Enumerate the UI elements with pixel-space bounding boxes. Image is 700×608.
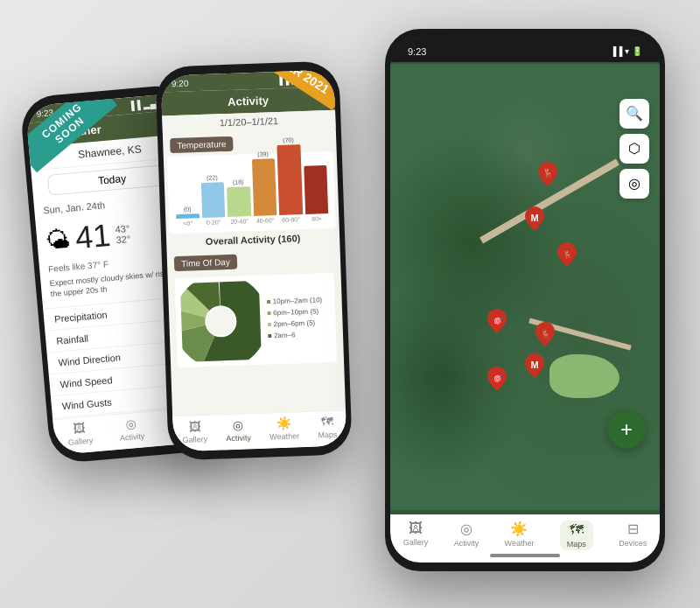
layers-control[interactable]: ⬡ [620, 134, 649, 164]
right-status-time: 9:23 [408, 46, 426, 57]
notch [481, 38, 569, 57]
map-pin-1[interactable]: M [525, 206, 544, 234]
gallery-icon: 🖼 [188, 419, 201, 433]
bar-2 [227, 186, 251, 217]
nav-gallery[interactable]: 🖼 Gallery [66, 420, 94, 446]
bar-group-1: (22) 0-20° [200, 174, 226, 226]
nav-activity[interactable]: ◎ Activity [454, 521, 480, 550]
temp-low: 32° [116, 233, 131, 244]
activity-icon: ◎ [125, 416, 136, 431]
middle-status-time: 9:20 [172, 78, 189, 88]
bar-chart: (0) <0° (22) 0-20° (18) 20-40° [174, 155, 329, 230]
svg-text:🦌: 🦌 [541, 329, 551, 339]
temp-range: 43° 32° [115, 222, 131, 244]
nav-activity[interactable]: ◎ Activity [226, 417, 251, 443]
bar-group-3: (39) 40-60° [251, 150, 276, 224]
phone-right: 9:23 ▐▐ ▾ 🔋 🦌 [385, 29, 665, 571]
map-clearing [550, 354, 620, 398]
phone-middle: SUMMER 2021 9:20 ▐▐ ▂▄▆ ⬤ Activity 1/1/2… [155, 60, 353, 460]
home-indicator [490, 554, 560, 557]
svg-text:🎯: 🎯 [492, 374, 502, 384]
activity-icon: ◎ [233, 417, 244, 431]
right-bottom-nav: 🖼 Gallery ◎ Activity ☀️ Weather 🗺 Maps ⊟ [390, 514, 660, 563]
map-pin-6[interactable]: 🎯 [487, 367, 507, 395]
bar-1 [200, 182, 225, 218]
legend-item-2: ■ 2pm–6pm (5) [267, 318, 323, 331]
temperature-main: 41 [74, 216, 112, 255]
fab-button[interactable]: + [607, 410, 646, 449]
map-pin-3[interactable]: 🎯 [487, 309, 507, 337]
today-button[interactable]: Today [47, 164, 177, 196]
nav-maps[interactable]: 🗺 Maps [318, 414, 338, 439]
pie-container: ■ 10pm–2am (10) ■ 6pm–10pm (5) ■ 2pm–6pm… [175, 272, 337, 367]
nav-activity[interactable]: ◎ Activity [118, 416, 145, 442]
bar-group-4: (70) 60-80° [276, 136, 303, 223]
nav-weather[interactable]: ☀️ Weather [505, 521, 535, 550]
nav-gallery[interactable]: 🖼 Gallery [403, 521, 429, 550]
svg-text:M: M [530, 360, 538, 370]
weather-icon: ☀️ [510, 521, 528, 537]
activity-icon: ◎ [460, 521, 472, 537]
devices-icon: ⊟ [627, 521, 639, 537]
pie-section: ■ 10pm–2am (10) ■ 6pm–10pm (5) ■ 2pm–6pm… [168, 269, 345, 371]
location-control[interactable]: ◎ [620, 169, 649, 199]
map-background: 🦌 M 🦌 [390, 64, 660, 510]
activity-title: Activity [172, 92, 324, 110]
bar-group-2: (18) 20-40° [227, 178, 251, 225]
right-phone-screen: 9:23 ▐▐ ▾ 🔋 🦌 [390, 38, 660, 563]
svg-text:M: M [530, 213, 538, 223]
nav-gallery[interactable]: 🖼 Gallery [182, 418, 207, 444]
bar-3 [251, 158, 276, 216]
svg-text:🎯: 🎯 [492, 316, 502, 326]
weather-icon: 🌤 [45, 224, 72, 255]
bar-group-0: (0) <0° [176, 206, 200, 227]
map-controls: 🔍 ⬡ ◎ [620, 99, 649, 199]
right-status-icons: ▐▐ ▾ 🔋 [610, 46, 642, 56]
location-text: Shawnee, KS [77, 143, 142, 160]
nav-weather[interactable]: ☀️ Weather [269, 416, 299, 441]
bar-5 [304, 165, 328, 214]
svg-text:🦌: 🦌 [562, 249, 572, 260]
temp-section-label: Temperature [170, 136, 234, 153]
gallery-icon: 🖼 [73, 421, 86, 436]
nav-devices[interactable]: ⊟ Devices [619, 521, 647, 550]
middle-bottom-nav: 🖼 Gallery ◎ Activity ☀️ Weather 🗺 Maps [172, 409, 346, 451]
map-pin-4[interactable]: 🦌 [536, 322, 555, 350]
map-container[interactable]: 🦌 M 🦌 [390, 64, 660, 510]
time-of-day-label: Time Of Day [174, 254, 237, 270]
bar-0 [176, 213, 200, 219]
legend-item-3: ■ 2am–6 [268, 329, 324, 342]
maps-icon: 🗺 [321, 414, 334, 428]
bar-group-5: 80+ [304, 164, 329, 222]
temp-high: 43° [115, 222, 130, 234]
nav-maps[interactable]: 🗺 Maps [560, 521, 593, 550]
pie-legend: ■ 10pm–2am (10) ■ 6pm–10pm (5) ■ 2pm–6pm… [266, 295, 323, 341]
search-control[interactable]: 🔍 [620, 99, 649, 129]
weather-icon: ☀️ [276, 416, 292, 430]
pie-chart [180, 280, 262, 361]
svg-point-5 [206, 306, 236, 336]
map-pin-0[interactable]: 🦌 [538, 162, 557, 190]
bar-4 [276, 144, 302, 215]
middle-phone-screen: SUMMER 2021 9:20 ▐▐ ▂▄▆ ⬤ Activity 1/1/2… [161, 69, 347, 451]
phones-container: COMING SOON 9:23 ▐▐ ▂▄▆ ⬤ ☰ Weather Shaw… [9, 11, 691, 598]
map-pin-2[interactable]: 🦌 [557, 242, 577, 270]
map-pin-5[interactable]: M [525, 353, 544, 381]
svg-text:🦌: 🦌 [542, 167, 554, 178]
fab-icon: + [620, 417, 633, 442]
bar-chart-area: (0) <0° (22) 0-20° (18) 20-40° [167, 150, 336, 234]
maps-icon: 🗺 [570, 522, 584, 538]
gallery-icon: 🖼 [409, 521, 423, 536]
